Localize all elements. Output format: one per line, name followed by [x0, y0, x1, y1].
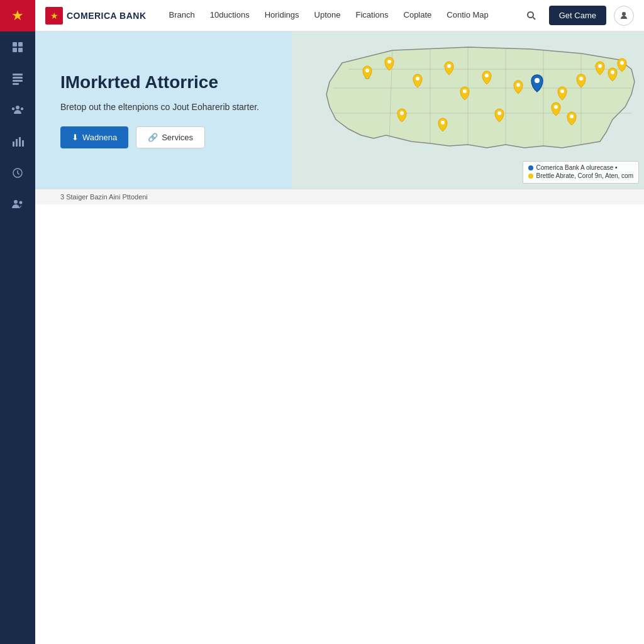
download-icon: ⬇ [72, 133, 79, 142]
sidebar-icon-grid[interactable] [0, 63, 35, 94]
logo-star-icon: ★ [50, 11, 58, 21]
legend-item-other: Brettle Abrate, Corof 9n, Aten, com [528, 172, 633, 179]
nav-holdings[interactable]: Horidings [257, 0, 307, 31]
svg-rect-12 [16, 139, 18, 147]
nav-updates[interactable]: Uptone [307, 0, 348, 31]
hero-subtitle: Bretop out the eltenpions co Jout Eohare… [60, 101, 259, 114]
svg-point-34 [365, 69, 369, 72]
svg-point-38 [463, 89, 467, 93]
svg-point-46 [611, 70, 614, 74]
svg-point-16 [14, 200, 18, 204]
primary-cta-button[interactable]: ⬇ Wadnena [60, 126, 128, 148]
nav-solutions[interactable]: 10ductions [203, 0, 257, 31]
map-background: Comerica Bank A olurecase • Brettle Abra… [292, 31, 644, 189]
search-button[interactable] [521, 6, 541, 26]
link-icon: 🔗 [148, 133, 158, 142]
svg-rect-2 [13, 48, 17, 52]
svg-rect-14 [22, 140, 24, 147]
account-button[interactable] [614, 6, 634, 26]
svg-point-42 [535, 78, 540, 83]
svg-marker-23 [326, 47, 635, 148]
map-container: Comerica Bank A olurecase • Brettle Abra… [292, 31, 644, 189]
nav-complete[interactable]: Coplate [396, 0, 440, 31]
nav-links-container: Branch 10ductions Horidings Uptone Ficat… [162, 0, 521, 31]
results-count-text: 3 Staiger Bazin Aini Pttodeni [60, 193, 148, 201]
svg-point-51 [441, 121, 445, 125]
brand-logo: ★ COMERICA BANK [45, 7, 147, 25]
brand-name: COMERICA BANK [67, 11, 147, 21]
legend-item-comerica: Comerica Bank A olurecase • [528, 164, 633, 171]
svg-point-47 [620, 61, 624, 65]
sidebar-icon-dashboard[interactable] [0, 31, 35, 63]
svg-point-52 [400, 111, 404, 115]
svg-point-49 [570, 114, 574, 118]
content-area [35, 204, 644, 644]
svg-rect-3 [18, 48, 23, 52]
svg-rect-1 [18, 42, 23, 47]
sidebar-icon-people[interactable] [0, 189, 35, 220]
svg-point-36 [416, 77, 419, 80]
nav-branch[interactable]: Branch [162, 0, 203, 31]
svg-rect-4 [13, 74, 23, 75]
svg-rect-11 [13, 142, 14, 147]
hero-text-content: IMorkrted Attorrice Bretop out the elten… [35, 52, 284, 169]
hero-buttons-container: ⬇ Wadnena 🔗 Services [60, 126, 259, 148]
legend-dot-other [528, 174, 533, 179]
svg-point-8 [16, 106, 19, 109]
svg-rect-0 [13, 42, 17, 47]
hero-banner: IMorkrted Attorrice Bretop out the elten… [35, 31, 644, 189]
svg-point-17 [19, 201, 23, 204]
nav-right-controls: Get Came [521, 6, 634, 26]
comerica-logo-icon: ★ [45, 7, 63, 25]
svg-point-20 [622, 12, 626, 16]
svg-rect-7 [13, 83, 19, 85]
svg-point-10 [21, 108, 23, 110]
nav-contact-map[interactable]: Contio Map [439, 0, 496, 31]
logo-star-icon: ★ [11, 8, 24, 24]
svg-line-19 [533, 17, 535, 19]
svg-rect-5 [13, 77, 23, 79]
svg-point-9 [12, 108, 14, 110]
svg-point-37 [447, 64, 451, 68]
get-started-button[interactable]: Get Came [549, 6, 606, 25]
nav-notifications[interactable]: Fications [348, 0, 396, 31]
legend-dot-comerica [528, 165, 533, 170]
svg-rect-6 [13, 80, 23, 82]
svg-point-45 [598, 64, 602, 68]
sidebar-icon-group[interactable] [0, 94, 35, 126]
svg-point-44 [579, 77, 583, 80]
svg-point-35 [387, 60, 391, 64]
sidebar-logo: ★ [0, 0, 35, 31]
svg-point-39 [485, 74, 489, 77]
svg-point-48 [554, 105, 558, 109]
sidebar-icon-chart[interactable] [0, 126, 35, 157]
svg-point-18 [528, 12, 533, 18]
svg-point-40 [516, 83, 520, 87]
sidebar: ★ [0, 0, 35, 644]
services-button[interactable]: 🔗 Services [136, 126, 205, 148]
hero-title: IMorkrted Attorrice [60, 72, 259, 93]
results-bar: 3 Staiger Bazin Aini Pttodeni [35, 189, 644, 204]
svg-rect-13 [19, 137, 21, 147]
svg-point-43 [560, 89, 564, 93]
sidebar-icon-clock[interactable] [0, 157, 35, 189]
map-legend: Comerica Bank A olurecase • Brettle Abra… [523, 161, 639, 184]
svg-point-50 [497, 111, 501, 115]
top-navigation: ★ COMERICA BANK Branch 10ductions Horidi… [35, 0, 644, 31]
legend-label-comerica: Comerica Bank A olurecase • [536, 164, 617, 171]
main-content: ★ COMERICA BANK Branch 10ductions Horidi… [35, 0, 644, 644]
legend-label-other: Brettle Abrate, Corof 9n, Aten, com [536, 172, 633, 179]
